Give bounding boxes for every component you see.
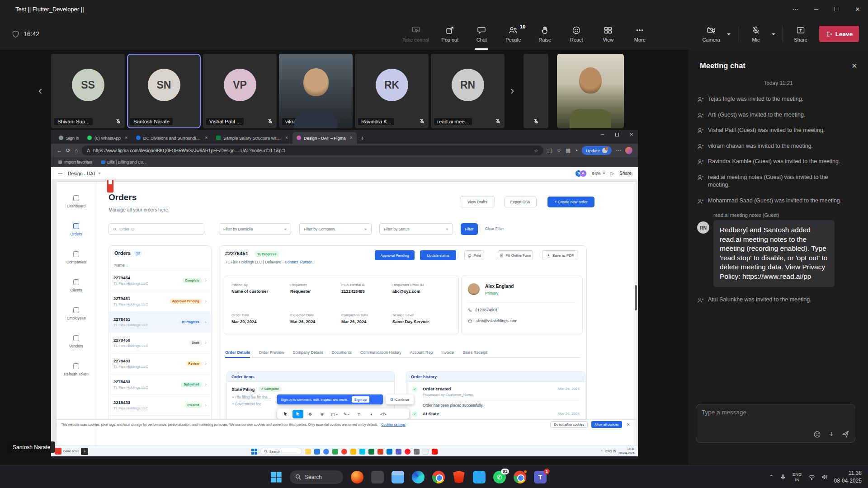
brave-icon[interactable] (453, 471, 465, 483)
page-scrollbar[interactable] (635, 285, 637, 310)
participant-tile-shivani[interactable]: SS Shivani Sup... (51, 54, 125, 128)
create-new-order-button[interactable]: + Create new order (547, 197, 594, 207)
shape-tool-icon[interactable]: ▢ (329, 410, 340, 418)
taskbar-app-icon[interactable] (305, 449, 311, 455)
contact-email[interactable]: alex@vstatefilings.com (468, 319, 517, 323)
signup-button[interactable]: Sign up (352, 396, 370, 403)
extensions-icon[interactable]: ▦ (566, 147, 571, 154)
collaborator-avatar[interactable]: A (580, 170, 587, 177)
approval-pending-button[interactable]: Approval Pending (375, 250, 415, 260)
tab-close-icon[interactable]: ✕ (349, 136, 353, 140)
sidebar-item-employees[interactable]: Employees (57, 307, 96, 320)
sidebar-item-dashboard[interactable]: Dashboard (57, 195, 96, 208)
participant-tile-readai[interactable]: RN read.ai mee... (431, 54, 505, 128)
browser-menu-icon[interactable]: ⋯ (616, 147, 621, 154)
share-button[interactable]: Share (788, 18, 814, 50)
emoji-icon[interactable] (813, 431, 821, 438)
tab-close-icon[interactable]: ✕ (124, 136, 128, 140)
raise-hand-button[interactable]: Raise (532, 18, 558, 50)
start-button[interactable] (270, 471, 282, 483)
browser-profile-icon[interactable] (514, 471, 526, 483)
filter-status-select[interactable]: Filter by Status (379, 223, 453, 235)
tab-documents[interactable]: Documents (331, 347, 352, 357)
pop-out-button[interactable]: Pop out (437, 18, 463, 50)
taskbar-app-icon[interactable] (341, 449, 347, 455)
filter-domicile-select[interactable]: Filter by Domicile (219, 223, 291, 235)
taskbar-app-icon[interactable] (314, 449, 320, 455)
filter-company-select[interactable]: Filter by Company (299, 223, 372, 235)
taskbar-search[interactable]: Search (290, 470, 343, 484)
volume-icon[interactable] (821, 474, 828, 480)
order-id-search[interactable] (108, 223, 204, 235)
save-as-pdf-button[interactable]: Save as PDF (542, 250, 578, 260)
taskbar-app-icon[interactable] (359, 449, 365, 455)
taskbar-app-icon[interactable] (332, 449, 338, 455)
taskbar-app-icon[interactable] (323, 449, 329, 455)
tab-salary-sheet[interactable]: Sample Salary Structure with calc✕ (212, 132, 292, 144)
start-icon[interactable] (251, 449, 257, 455)
attach-plus-icon[interactable]: + (829, 430, 834, 438)
taskbar-app-icon[interactable] (396, 449, 401, 455)
tab-communication-history[interactable]: Communication History (360, 347, 401, 357)
order-row[interactable]: 2278433TL Flex Holdings LLC Submitted › (109, 374, 211, 395)
cookie-close-icon[interactable]: ✕ (627, 422, 630, 427)
order-id-input[interactable] (119, 227, 200, 231)
react-button[interactable]: React (563, 18, 590, 50)
taskbar-app-icon[interactable] (432, 449, 438, 455)
export-csv-button[interactable]: Export CSV (504, 197, 537, 207)
tab-sign-in[interactable]: Sign in (55, 132, 83, 144)
order-row[interactable]: 2278433TL Flex Holdings LLC Review › (109, 353, 211, 374)
close-icon[interactable]: ✕ (847, 0, 868, 18)
frame-tool-icon[interactable]: # (317, 410, 328, 418)
refresh-icon[interactable]: ⟳ (66, 147, 71, 154)
contact-phone[interactable]: 2123874901 (468, 308, 498, 312)
shared-clock[interactable]: 11:38 08-04-2025 (619, 447, 634, 455)
figma-file-name[interactable]: Design - UAT (68, 171, 101, 176)
view-drafts-button[interactable]: View Drafts (460, 197, 495, 207)
tray-chevron-icon[interactable]: ⌃ (769, 474, 774, 480)
update-status-button[interactable]: Update status (420, 250, 456, 260)
more-button[interactable]: More (627, 18, 653, 50)
tab-close-icon[interactable]: ✕ (285, 136, 288, 140)
text-tool-icon[interactable]: T (354, 410, 364, 418)
order-row[interactable]: 2279451TL Flex Holdings LLC Approval Pen… (109, 291, 211, 312)
tab-dc-divisions[interactable]: DC Divisions and Surroundings✕ (132, 132, 212, 144)
mic-button[interactable]: Mic (743, 18, 769, 50)
send-icon[interactable] (841, 430, 849, 438)
sidebar-item-refresh-token[interactable]: Refresh Token (57, 363, 96, 376)
browser-close-icon[interactable]: ✕ (630, 132, 633, 137)
participant-tile-partial[interactable] (524, 54, 548, 128)
tray-mic-icon[interactable] (780, 474, 786, 480)
cursor-tool-icon[interactable] (280, 410, 291, 418)
tab-close-icon[interactable]: ✕ (205, 136, 208, 140)
tab-company-details[interactable]: Company Details (292, 347, 323, 357)
language-indicator[interactable]: ENG IN (793, 472, 802, 482)
order-row-selected[interactable]: 2278451TL Flex Holdings LLC In Progress … (109, 312, 211, 333)
url-field[interactable]: A https://www.figma.com/design/9BKQ0FOHR… (82, 145, 543, 155)
dev-mode-icon[interactable]: </> (378, 410, 389, 418)
allow-cookies-button[interactable]: Allow all cookies (591, 421, 622, 428)
deny-cookies-button[interactable]: Do not allow cookies (550, 421, 588, 428)
taskbar-app-icon[interactable] (350, 449, 356, 455)
whatsapp-icon[interactable]: ✆81 (493, 471, 506, 483)
participant-tile-photo[interactable] (557, 54, 624, 128)
browser-profile-avatar[interactable] (625, 147, 632, 154)
tab-order-preview[interactable]: Order Preview (259, 347, 284, 357)
participant-tile-vikram[interactable]: vikram chavan (279, 54, 353, 128)
sidebar-item-orders[interactable]: Orders (57, 223, 96, 236)
participant-tile-vishal[interactable]: VP Vishal Patil ... (203, 54, 277, 128)
camera-options-chevron[interactable] (724, 18, 733, 50)
browser-maximize-icon[interactable] (615, 133, 619, 136)
filter-button[interactable]: Filter (461, 223, 478, 235)
google-continue-button[interactable]: G Continue (386, 394, 414, 404)
mic-options-chevron[interactable] (769, 18, 778, 50)
bookmark-bills[interactable]: Bills | Billing and Co... (101, 160, 146, 164)
move-tool-icon[interactable] (292, 410, 303, 418)
window-more-icon[interactable]: ⋯ (785, 0, 806, 18)
firefox-icon[interactable] (351, 471, 363, 483)
participant-tile-santosh[interactable]: SN Santosh Narate (127, 54, 201, 128)
pen-tool-icon[interactable]: ✎ (341, 410, 352, 418)
taskbar-clock[interactable]: 11:38 08-04-2025 (834, 469, 862, 484)
taskbar-app-icon[interactable] (405, 449, 410, 455)
order-row[interactable]: 2216433TL Flex Holdings LLC Created › (109, 395, 211, 416)
